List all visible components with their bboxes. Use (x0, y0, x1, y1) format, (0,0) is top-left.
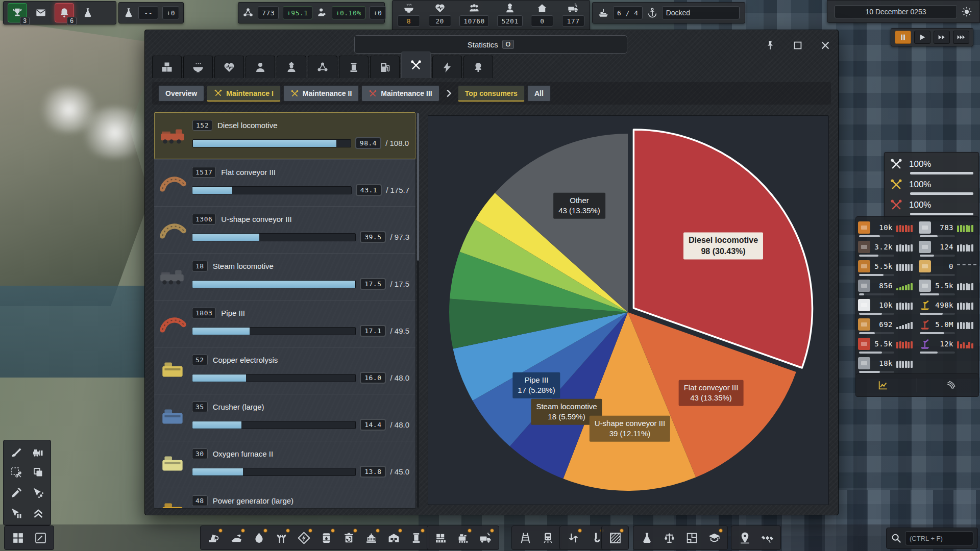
toolbar-power-diamond[interactable] (293, 528, 314, 548)
stats-tab-worker[interactable] (277, 56, 306, 78)
tool-collapse-chevrons[interactable] (30, 506, 47, 521)
fast-forward-button[interactable] (934, 31, 950, 44)
toolbar-hand-terrain[interactable] (226, 528, 247, 548)
filter-maintenance-iii[interactable]: Maintenance III (361, 85, 439, 102)
city-stat-heart-pulse[interactable]: 20 (429, 3, 451, 29)
search-input[interactable] (905, 531, 973, 545)
tool-pipette[interactable] (8, 485, 25, 500)
resource-row[interactable]: 5.0M (919, 317, 976, 336)
resource-row[interactable]: 0 (919, 259, 976, 278)
rails-icon (519, 532, 532, 544)
toolbar-capitol[interactable] (361, 528, 381, 548)
toolbar-flask[interactable] (636, 528, 657, 548)
toolbar-crops[interactable] (271, 528, 291, 548)
toolbar-oil-barrel[interactable] (316, 528, 336, 548)
consumer-row[interactable]: 18 Steam locomotive 17.5 / 17.5 (154, 253, 415, 300)
pin-button[interactable] (762, 38, 779, 53)
consumer-row[interactable]: 152 Diesel locomotive 98.4 / 108.0 (154, 112, 415, 159)
stats-tab-tools-cross[interactable] (401, 52, 431, 78)
overlay-tab-statistics[interactable] (863, 376, 903, 394)
stats-tab-bolt[interactable] (432, 56, 462, 78)
close-button[interactable] (817, 38, 834, 53)
stats-tab-tree[interactable] (463, 56, 493, 78)
toolbar-floorplan[interactable] (681, 528, 702, 548)
stats-tab-heart-pulse[interactable] (214, 56, 244, 78)
resource-row[interactable]: 783 (919, 220, 976, 239)
toolbar-grad-cap[interactable] (704, 528, 724, 548)
maximize-button[interactable] (789, 38, 806, 53)
toolbar-satellite[interactable] (757, 528, 777, 548)
resource-row[interactable]: 124 (919, 239, 976, 259)
resource-row[interactable]: 10k (858, 297, 916, 317)
population-panel[interactable]: 773 +95.1 +0.10% +0 (238, 2, 385, 23)
resource-row[interactable]: 10k (858, 220, 916, 239)
tool-bulldozer[interactable] (30, 444, 47, 460)
resource-row[interactable]: 12k (919, 336, 976, 356)
consumer-row[interactable]: 48 Power generator (large) (154, 488, 415, 509)
consumer-row[interactable]: 1306 U-shape conveyor III 39.5 / 97.3 (154, 206, 415, 253)
fastest-forward-button[interactable] (953, 31, 969, 44)
consumer-row[interactable]: 30 Oxygen furnace II 13.8 / 45.0 (154, 441, 415, 488)
stats-tab-molecule[interactable] (308, 56, 337, 78)
stats-tab-person[interactable] (246, 56, 275, 78)
city-stat-bowl[interactable]: 8 (398, 3, 420, 29)
stats-tab-bowl[interactable] (183, 56, 213, 78)
tool-paintbrush[interactable] (8, 444, 25, 460)
city-stat-worker[interactable]: 5201 (497, 3, 522, 29)
toolbar-pallet[interactable] (430, 528, 451, 548)
filter-maintenance-ii[interactable]: Maintenance II (283, 85, 359, 102)
filter-maintenance-i[interactable]: Maintenance I (207, 85, 281, 102)
toolbar-train[interactable] (537, 528, 558, 548)
messages-button[interactable] (31, 3, 51, 22)
toolbar-assembly-machine[interactable] (453, 528, 473, 548)
consumer-row[interactable]: 1803 Pipe III 17.1 / 49.5 (154, 300, 415, 347)
tool-copy[interactable] (30, 465, 47, 480)
stats-tab-pillar[interactable] (339, 56, 369, 78)
toolbar-truck[interactable] (475, 528, 496, 548)
consumer-row[interactable]: 52 Copper electrolysis 16.0 / 48.0 (154, 347, 415, 394)
resource-row[interactable]: 18k (858, 356, 916, 375)
toolbar-water-drop[interactable] (249, 528, 269, 548)
toolbar-map-pin[interactable] (734, 528, 755, 548)
consumer-row[interactable]: 1517 Flat conveyor III 43.1 / 175.7 (154, 159, 415, 206)
milestones-button[interactable]: 3 (8, 3, 27, 22)
overlay-tab-recipes[interactable] (931, 376, 972, 394)
resource-row[interactable]: 692 (858, 317, 916, 336)
toolbar-warehouse[interactable] (383, 528, 404, 548)
window-title-bar[interactable]: Statistics O (354, 35, 627, 54)
resource-row[interactable]: 856 (858, 278, 916, 297)
consumer-row[interactable]: 35 Crusher (large) 14.4 / 48.0 (154, 394, 415, 441)
research-button[interactable] (78, 3, 97, 22)
toolbar-rails[interactable] (515, 528, 535, 548)
tool-select-similar[interactable] (30, 485, 47, 500)
list-scrollbar[interactable] (417, 113, 419, 508)
stats-tab-crate[interactable] (152, 56, 182, 78)
subfilter-all[interactable]: All (527, 85, 551, 102)
resource-row[interactable]: 498k (919, 297, 976, 317)
toolbar-flip-arrows[interactable] (563, 528, 583, 548)
resource-row[interactable]: 5.5k (858, 336, 916, 356)
city-stat-people[interactable]: 10760 (459, 3, 489, 29)
toolbar-pillar[interactable] (406, 528, 426, 548)
pause-button[interactable] (895, 31, 911, 44)
resource-row[interactable]: 3.2k (858, 239, 916, 259)
ship-panel[interactable]: 6 / 4 Docked (592, 2, 745, 23)
tool-edit-note[interactable] (30, 528, 51, 548)
city-stat-home[interactable]: 0 (531, 3, 553, 29)
filter-overview[interactable]: Overview (158, 85, 204, 102)
toolbar-scales[interactable] (659, 528, 679, 548)
tool-grid[interactable] (8, 528, 28, 548)
alerts-button[interactable]: 6 (55, 3, 74, 22)
tool-cut-selection[interactable] (8, 465, 25, 480)
tool-pause-cursor[interactable] (8, 506, 25, 521)
toolbar-blueprint-pattern[interactable] (605, 528, 625, 548)
resource-row[interactable]: 5.5k (858, 259, 916, 278)
consumer-progress (192, 327, 356, 335)
city-stat-truck[interactable]: 177 (562, 3, 584, 29)
toolbar-recycle-bin[interactable] (338, 528, 359, 548)
resource-row[interactable]: 5.5k (919, 278, 976, 297)
subfilter-top-consumers[interactable]: Top consumers (458, 85, 525, 102)
play-button[interactable] (914, 31, 930, 44)
stats-tab-fuel-pump[interactable] (370, 56, 400, 78)
toolbar-crane-hook[interactable] (204, 528, 224, 548)
